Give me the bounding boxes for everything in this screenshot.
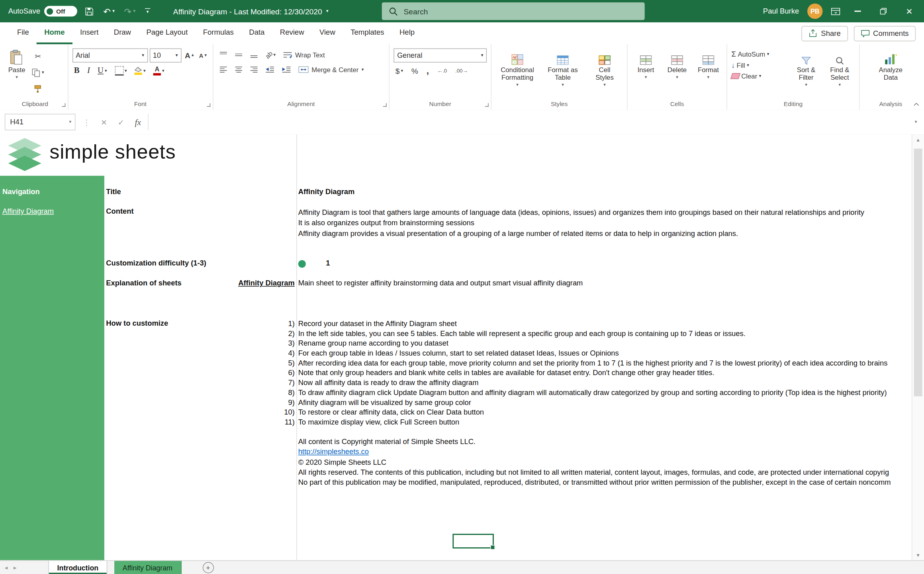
conditional-formatting-button[interactable]: Conditional Formatting ▾ [495, 48, 539, 88]
close-button[interactable]: ✕ [901, 0, 918, 22]
analyze-data-button[interactable]: Analyze Data [870, 48, 912, 83]
font-dialog-launcher[interactable] [206, 102, 210, 106]
scroll-up-icon[interactable]: ▲ [912, 134, 924, 145]
vertical-scroll-thumb[interactable] [914, 149, 922, 396]
vertical-scrollbar[interactable]: ▲ ▼ [912, 134, 924, 560]
simplesheets-link[interactable]: http://simplesheets.co [298, 448, 369, 456]
font-size-select[interactable]: 10▾ [149, 48, 181, 63]
undo-button[interactable]: ↶▾ [102, 6, 116, 17]
alignment-dialog-launcher[interactable] [382, 102, 386, 106]
redo-button[interactable]: ↷▾ [122, 6, 137, 17]
autosave-switch[interactable]: Off [44, 6, 77, 17]
font-family-select[interactable]: Arial▾ [72, 48, 147, 63]
restore-button[interactable] [875, 0, 892, 22]
align-bottom-icon[interactable] [248, 48, 260, 61]
align-middle-icon[interactable] [233, 48, 245, 61]
align-center-icon[interactable] [233, 63, 245, 76]
copy-button[interactable]: ▾ [30, 66, 46, 79]
format-as-table-button[interactable]: Format as Table ▾ [542, 48, 583, 88]
percent-format-button[interactable]: % [409, 64, 420, 77]
clipboard-dialog-launcher[interactable] [61, 102, 65, 106]
fill-color-button[interactable]: ▾ [133, 64, 147, 77]
new-sheet-button[interactable]: + [202, 562, 213, 573]
increase-decimal-button[interactable]: ←.0 [435, 64, 448, 77]
cell-styles-button[interactable]: Cell Styles ▾ [586, 48, 623, 88]
ribbon-tab-page-layout[interactable]: Page Layout [139, 22, 195, 44]
ribbon-tab-insert[interactable]: Insert [72, 22, 106, 44]
bold-button[interactable]: B [72, 64, 81, 77]
cancel-entry-icon[interactable]: ✕ [97, 118, 111, 126]
ribbon-tab-templates[interactable]: Templates [343, 22, 392, 44]
format-painter-button[interactable] [30, 83, 46, 96]
currency-format-button[interactable]: $▾ [393, 64, 405, 77]
sort-filter-button[interactable]: Sort & Filter ▾ [791, 48, 822, 88]
sigma-icon: Σ [731, 49, 736, 58]
search-input[interactable] [403, 6, 638, 16]
collapse-ribbon-button[interactable] [913, 102, 919, 106]
ribbon-tab-formulas[interactable]: Formulas [196, 22, 242, 44]
enter-entry-icon[interactable]: ✓ [114, 118, 128, 126]
italic-button[interactable]: I [85, 64, 92, 77]
autosum-button[interactable]: Σ AutoSum▾ [731, 49, 788, 58]
insert-function-icon[interactable]: fx [131, 117, 145, 127]
customize-quick-access-button[interactable]: ▾ [143, 7, 152, 15]
underline-button[interactable]: U▾ [96, 64, 109, 77]
sheet-tab-introduction[interactable]: Introduction [48, 561, 107, 574]
ribbon-tab-data[interactable]: Data [241, 22, 272, 44]
find-select-button[interactable]: Find & Select ▾ [824, 48, 855, 88]
fill-handle[interactable] [490, 545, 495, 550]
insert-cells-button[interactable]: Insert▾ [632, 48, 660, 81]
document-title[interactable]: Affinity Diagram - Last Modified: 12/30/… [173, 7, 329, 16]
name-box[interactable]: ▾ [5, 114, 76, 130]
name-box-input[interactable] [9, 117, 52, 127]
increase-font-size-button[interactable]: A▾ [183, 49, 196, 62]
align-top-icon[interactable] [217, 48, 229, 61]
fill-button[interactable]: ↓ Fill▾ [731, 61, 788, 70]
prev-sheet-icon[interactable]: ◂ [5, 564, 8, 571]
decrease-decimal-button[interactable]: .00→ [454, 64, 470, 77]
ribbon-display-options-icon[interactable] [831, 7, 840, 15]
search-box[interactable] [382, 2, 645, 20]
ribbon-tab-file[interactable]: File [10, 22, 37, 44]
clear-button[interactable]: Clear▾ [731, 73, 788, 80]
save-button[interactable] [83, 6, 96, 17]
cut-button[interactable]: ✂ [30, 49, 46, 63]
borders-button[interactable]: ▾ [113, 64, 129, 77]
number-format-select[interactable]: General▾ [393, 48, 487, 63]
ribbon-tab-view[interactable]: View [312, 22, 343, 44]
scroll-down-icon[interactable]: ▼ [912, 550, 924, 560]
ribbon-tab-review[interactable]: Review [272, 22, 312, 44]
orientation-button[interactable]: ab▾ [263, 48, 278, 61]
paste-button[interactable]: Paste ▾ [6, 48, 27, 81]
merge-center-button[interactable]: Merge & Center ▾ [296, 63, 366, 76]
worksheet[interactable]: simple sheets Navigation Affinity Diagra… [0, 134, 912, 560]
expand-formula-bar-icon[interactable]: ▾ [915, 120, 919, 124]
increase-indent-button[interactable] [280, 63, 293, 76]
format-cells-button[interactable]: Format▾ [694, 48, 722, 81]
formula-input[interactable] [148, 114, 911, 130]
decrease-font-size-button[interactable]: A▾ [197, 49, 208, 62]
decrease-indent-button[interactable] [263, 63, 276, 76]
font-color-button[interactable]: A ▾ [151, 64, 166, 77]
next-sheet-icon[interactable]: ▸ [14, 564, 16, 571]
comma-format-button[interactable]: , [425, 64, 431, 77]
number-dialog-launcher[interactable] [484, 102, 488, 106]
format-cells-icon [703, 49, 715, 65]
selected-cell[interactable] [452, 534, 494, 548]
minimize-button[interactable] [849, 0, 866, 22]
ribbon-tab-draw[interactable]: Draw [106, 22, 139, 44]
align-right-icon[interactable] [248, 63, 260, 76]
ribbon-tab-help[interactable]: Help [392, 22, 423, 44]
wrap-text-button[interactable]: Wrap Text [281, 48, 327, 61]
ribbon-tab-home[interactable]: Home [37, 22, 72, 44]
comments-button[interactable]: Comments [854, 26, 916, 41]
align-left-icon[interactable] [217, 63, 229, 76]
user-name[interactable]: Paul Burke [763, 7, 799, 16]
share-button[interactable]: Share [802, 26, 848, 41]
nav-link-affinity-diagram[interactable]: Affinity Diagram [2, 207, 54, 215]
delete-cells-button[interactable]: Delete▾ [663, 48, 691, 81]
sheet-tab-affinity-diagram[interactable]: Affinity Diagram [114, 561, 181, 574]
avatar[interactable]: PB [807, 4, 822, 19]
autosave-toggle[interactable]: AutoSave Off [8, 6, 77, 17]
formula-bar-splitter[interactable]: ⋮ [79, 118, 94, 126]
